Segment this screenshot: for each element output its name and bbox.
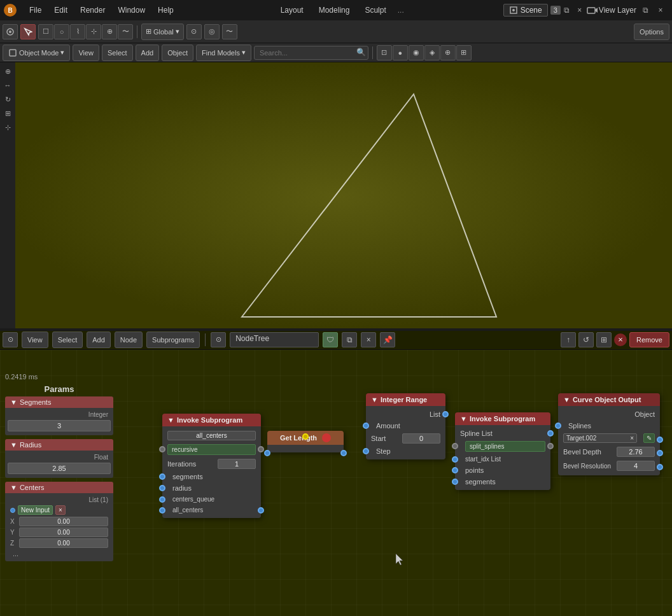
ne-up-icon[interactable]: ↑ bbox=[561, 332, 576, 347]
menu-file[interactable]: File bbox=[23, 0, 48, 20]
separator1 bbox=[137, 25, 137, 38]
object-mode-btn[interactable]: Object Mode ▾ bbox=[3, 45, 70, 61]
render-icon[interactable] bbox=[586, 4, 599, 17]
curve-icon[interactable]: 〜 bbox=[118, 24, 133, 39]
ne-select-btn[interactable]: Select bbox=[52, 332, 83, 348]
object-btn[interactable]: Object bbox=[162, 45, 193, 61]
ne-remove-button[interactable]: Remove bbox=[629, 332, 669, 347]
invoke2-func-btn[interactable]: split_splines bbox=[465, 441, 545, 452]
vp-transform-icon[interactable]: ⊹ bbox=[1, 121, 14, 134]
integer-range-node: ▼ Integer Range List Amount Start 0 bbox=[366, 393, 445, 459]
ne-copy-icon[interactable]: ⧉ bbox=[342, 332, 357, 347]
integer-range-body: List Amount Start 0 Step bbox=[366, 406, 445, 459]
shading-solid-icon[interactable]: ● bbox=[393, 45, 408, 60]
add-btn[interactable]: Add bbox=[136, 45, 160, 61]
circle-select-icon[interactable]: ○ bbox=[54, 24, 69, 39]
shading-wire-icon[interactable]: ⊡ bbox=[377, 45, 392, 60]
curve-target-socket bbox=[657, 437, 663, 443]
proportional-icon[interactable]: ◎ bbox=[204, 24, 220, 39]
vp-scale-icon[interactable]: ⊞ bbox=[1, 107, 14, 120]
triangle-shape bbox=[127, 75, 573, 330]
invoke2-segments-row: segments bbox=[455, 476, 550, 487]
tab-sculpt[interactable]: Sculpt bbox=[358, 0, 392, 20]
menu-render[interactable]: Render bbox=[74, 0, 111, 20]
target-close-icon[interactable]: × bbox=[630, 435, 634, 442]
target-edit-btn[interactable]: ✎ bbox=[643, 433, 655, 443]
menu-edit[interactable]: Edit bbox=[48, 0, 74, 20]
snap-icon[interactable]: ⊙ bbox=[186, 24, 202, 39]
invoke-subprogram-1-body: all_centers recursive Iterations 1 segme… bbox=[162, 426, 261, 518]
segments-group: ▼ Segments Integer 3 bbox=[5, 396, 113, 435]
tab-modeling[interactable]: Modeling bbox=[312, 0, 356, 20]
menu-window[interactable]: Window bbox=[111, 0, 151, 20]
invoke1-func-btn[interactable]: recursive bbox=[167, 444, 256, 455]
ne-add-btn[interactable]: Add bbox=[87, 332, 111, 348]
box-select-icon[interactable]: ☐ bbox=[38, 24, 53, 39]
select-mode-icon[interactable] bbox=[20, 24, 36, 39]
ne-close-tree-icon[interactable]: × bbox=[361, 332, 376, 347]
vp-rotate-icon[interactable]: ↻ bbox=[1, 93, 14, 106]
editor-type-icon[interactable] bbox=[3, 24, 18, 39]
x-value[interactable]: 0.00 bbox=[19, 517, 108, 526]
search-input[interactable] bbox=[254, 46, 368, 60]
z-value[interactable]: 0.00 bbox=[19, 538, 108, 548]
ne-canvas[interactable]: 0.2419 ms Params bbox=[0, 350, 672, 616]
transform-select[interactable]: ⊞ Global ▾ bbox=[141, 24, 184, 40]
ne-tree-type-icon[interactable]: ⊙ bbox=[211, 332, 226, 347]
transform-dropdown-icon: ▾ bbox=[176, 27, 179, 36]
invoke2-func-socket bbox=[452, 443, 458, 449]
new-input-button[interactable]: New Input bbox=[18, 505, 53, 515]
segments-value[interactable]: 3 bbox=[8, 420, 111, 431]
scene-block[interactable]: Scene bbox=[503, 4, 548, 17]
resize-handle[interactable] bbox=[0, 328, 672, 331]
select-mode-group: ☐ ○ ⌇ ⊹ ⊕ 〜 bbox=[38, 24, 133, 39]
xray-icon[interactable]: ⊞ bbox=[456, 45, 472, 60]
radius-value[interactable]: 2.85 bbox=[8, 463, 111, 474]
x-label: X bbox=[10, 518, 18, 525]
tab-layout[interactable]: Layout bbox=[274, 0, 310, 20]
segments-title: Segments bbox=[20, 398, 52, 406]
find-models-btn[interactable]: Find Models ▾ bbox=[196, 45, 251, 61]
view-layer-block: View Layer ⧉ × bbox=[599, 4, 672, 17]
ne-pin-icon[interactable]: 📌 bbox=[380, 332, 395, 347]
ne-remove-circle-icon[interactable]: × bbox=[614, 333, 627, 346]
lasso-select-icon[interactable]: ⌇ bbox=[70, 24, 85, 39]
options-button[interactable]: Options bbox=[634, 24, 669, 40]
transform-icon[interactable]: ⊕ bbox=[102, 24, 117, 39]
vp-move-icon[interactable]: ↔ bbox=[1, 79, 14, 92]
vp-cursor-icon[interactable]: ⊕ bbox=[1, 65, 14, 78]
tweak-icon[interactable]: ⊹ bbox=[86, 24, 101, 39]
centers-close-button[interactable]: × bbox=[55, 505, 66, 515]
overlay-icon[interactable]: ⊕ bbox=[440, 45, 456, 60]
invoke2-points-socket bbox=[452, 467, 458, 473]
menu-help[interactable]: Help bbox=[151, 0, 180, 20]
invoke-subprogram-1-header: ▼ Invoke Subprogram bbox=[162, 414, 261, 426]
invoke2-start-idx-socket bbox=[452, 456, 458, 463]
curve-bevel-depth-value[interactable]: 2.76 bbox=[617, 447, 655, 457]
copy-icon[interactable]: ⧉ bbox=[561, 4, 573, 17]
transform-icon2: ⊞ bbox=[146, 27, 151, 36]
radius-type: Float bbox=[8, 453, 111, 461]
shading-material-icon[interactable]: ◉ bbox=[409, 45, 424, 60]
view-btn[interactable]: View bbox=[73, 45, 99, 61]
ne-shield-icon[interactable]: 🛡 bbox=[323, 332, 338, 347]
shading-render-icon[interactable]: ◈ bbox=[424, 45, 440, 60]
curve-bevel-res-value[interactable]: 4 bbox=[617, 461, 655, 471]
select-btn[interactable]: Select bbox=[102, 45, 133, 61]
ne-undo-icon[interactable]: ↺ bbox=[578, 332, 594, 347]
ne-editor-type-icon[interactable]: ⊙ bbox=[3, 332, 18, 347]
invoke1-iter-value[interactable]: 1 bbox=[218, 459, 256, 469]
wave-icon[interactable]: 〜 bbox=[222, 24, 237, 39]
ne-subprograms-btn[interactable]: Subprograms bbox=[146, 332, 200, 348]
radius-title: Radius bbox=[20, 441, 41, 449]
ne-node-btn[interactable]: Node bbox=[115, 332, 143, 348]
ne-group-icon[interactable]: ⊞ bbox=[596, 332, 612, 347]
segments-header: ▼ Segments bbox=[5, 396, 113, 408]
close-view-layer-icon[interactable]: × bbox=[654, 4, 667, 17]
ne-tree-name: NodeTree bbox=[230, 332, 319, 347]
ir-start-value[interactable]: 0 bbox=[402, 433, 440, 444]
ne-view-btn[interactable]: View bbox=[22, 332, 48, 348]
y-value[interactable]: 0.00 bbox=[19, 528, 108, 537]
close-scene-icon[interactable]: × bbox=[573, 4, 586, 17]
copy-view-layer-icon[interactable]: ⧉ bbox=[639, 4, 652, 17]
